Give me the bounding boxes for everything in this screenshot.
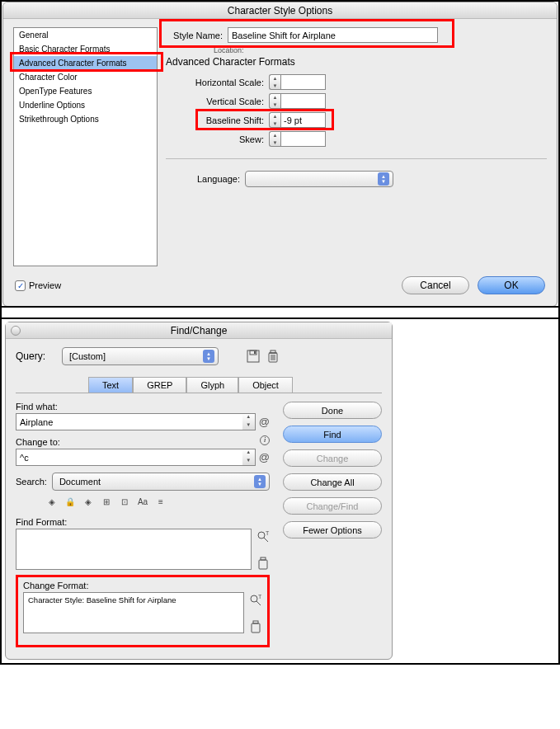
locked-stories-icon[interactable]: 🔒: [64, 497, 77, 509]
location-label: Location:: [214, 46, 547, 54]
svg-point-9: [258, 532, 265, 539]
language-popup[interactable]: ▲▼: [245, 171, 393, 187]
dialog-title: Character Style Options: [3, 2, 557, 19]
tab-text[interactable]: Text: [88, 377, 133, 393]
sidebar-item-underline[interactable]: Underline Options: [14, 98, 157, 112]
sidebar-item-basic-char[interactable]: Basic Character Formats: [14, 42, 157, 56]
locked-layers-icon[interactable]: ◈: [45, 497, 59, 509]
change-button[interactable]: Change: [283, 449, 382, 467]
vscale-stepper[interactable]: ▲▼: [269, 93, 326, 109]
find-format-box[interactable]: [16, 529, 252, 570]
sidebar-item-char-color[interactable]: Character Color: [14, 70, 157, 84]
dialog2-titlebar: Find/Change: [6, 322, 392, 339]
query-label: Query:: [16, 350, 55, 362]
change-to-history[interactable]: ▲▼: [242, 449, 256, 466]
svg-line-15: [256, 601, 261, 605]
svg-rect-13: [261, 557, 266, 560]
search-scope-popup[interactable]: Document▲▼: [52, 473, 270, 491]
svg-rect-2: [254, 351, 256, 354]
svg-line-10: [264, 538, 268, 542]
dialog2-title: Find/Change: [6, 325, 392, 336]
sidebar-item-strike[interactable]: Strikethrough Options: [14, 112, 157, 126]
find-format-clear-icon[interactable]: [256, 557, 270, 570]
find-what-history[interactable]: ▲▼: [242, 413, 256, 430]
master-pages-icon[interactable]: ⊞: [100, 497, 113, 509]
sidebar-item-general[interactable]: General: [14, 28, 157, 42]
tab-glyph[interactable]: Glyph: [186, 377, 238, 393]
svg-text:T: T: [258, 594, 262, 600]
find-button[interactable]: Find: [283, 426, 382, 443]
case-sensitive-icon[interactable]: Aa: [136, 497, 149, 509]
change-format-specify-icon[interactable]: T: [249, 594, 262, 607]
hscale-label: Horizontal Scale:: [166, 78, 269, 87]
baseline-input[interactable]: [280, 112, 326, 128]
skew-input[interactable]: [280, 131, 326, 147]
find-what-label: Find what:: [16, 402, 270, 412]
ok-button[interactable]: OK: [478, 276, 545, 294]
change-format-clear-icon[interactable]: [249, 620, 262, 633]
find-format-specify-icon[interactable]: T: [256, 530, 270, 543]
svg-rect-17: [252, 623, 260, 633]
delete-query-icon[interactable]: [266, 350, 280, 363]
find-format-label: Find Format:: [16, 517, 270, 527]
svg-text:T: T: [266, 530, 270, 536]
find-what-input[interactable]: [16, 413, 242, 430]
save-query-icon[interactable]: [247, 350, 260, 363]
divider: [2, 306, 558, 319]
preview-checkbox[interactable]: ✓: [15, 280, 26, 291]
tab-object[interactable]: Object: [238, 377, 293, 393]
hidden-layers-icon[interactable]: ◈: [82, 497, 95, 509]
cancel-button[interactable]: Cancel: [402, 276, 469, 294]
change-to-input[interactable]: [16, 449, 242, 466]
language-label: Language:: [166, 174, 245, 184]
vscale-input[interactable]: [280, 93, 326, 109]
change-to-label: Change to:: [16, 437, 270, 447]
change-format-box[interactable]: Character Style: Baseline Shift for Airp…: [23, 592, 244, 633]
highlight-change-format: Change Format: Character Style: Baseline…: [16, 575, 270, 647]
sidebar-item-opentype[interactable]: OpenType Features: [14, 84, 157, 98]
svg-point-14: [251, 595, 257, 602]
query-popup[interactable]: [Custom]▲▼: [62, 347, 219, 365]
whole-word-icon[interactable]: ≡: [154, 497, 167, 509]
change-find-button[interactable]: Change/Find: [283, 497, 382, 515]
change-format-value: Character Style: Baseline Shift for Airp…: [28, 595, 176, 604]
section-heading: Advanced Character Formats: [166, 56, 547, 68]
change-format-label: Change Format:: [23, 581, 262, 590]
search-label: Search:: [16, 477, 47, 487]
mode-tabs: Text GREP Glyph Object: [16, 377, 382, 393]
baseline-stepper[interactable]: ▲▼: [269, 112, 326, 128]
category-list[interactable]: General Basic Character Formats Advanced…: [13, 27, 158, 266]
fewer-options-button[interactable]: Fewer Options: [283, 521, 382, 539]
preview-label: Preview: [29, 280, 61, 290]
sidebar-item-adv-char[interactable]: Advanced Character Formats: [14, 56, 157, 70]
skew-label: Skew:: [166, 134, 269, 144]
skew-stepper[interactable]: ▲▼: [269, 131, 326, 147]
hscale-stepper[interactable]: ▲▼: [269, 74, 326, 90]
done-button[interactable]: Done: [283, 402, 382, 419]
find-change-dialog: Find/Change Query: [Custom]▲▼ Text GREP …: [5, 322, 393, 660]
baseline-label: Baseline Shift:: [166, 115, 269, 125]
hscale-input[interactable]: [280, 74, 326, 90]
style-name-label: Style Name:: [166, 31, 228, 40]
change-all-button[interactable]: Change All: [283, 473, 382, 491]
search-options-row: ◈ 🔒 ◈ ⊞ ⊡ Aa ≡: [45, 497, 270, 509]
change-special-char-icon[interactable]: @: [259, 451, 270, 463]
svg-rect-5: [271, 350, 275, 353]
info-icon[interactable]: i: [260, 435, 270, 445]
svg-rect-18: [253, 621, 258, 623]
find-special-char-icon[interactable]: @: [259, 416, 270, 428]
svg-rect-12: [259, 560, 267, 569]
character-style-dialog: Character Style Options General Basic Ch…: [2, 2, 558, 307]
tab-grep[interactable]: GREP: [133, 377, 186, 393]
footnotes-icon[interactable]: ⊡: [118, 497, 131, 509]
svg-rect-0: [247, 350, 259, 362]
style-name-input[interactable]: [228, 27, 438, 43]
vscale-label: Vertical Scale:: [166, 96, 269, 106]
